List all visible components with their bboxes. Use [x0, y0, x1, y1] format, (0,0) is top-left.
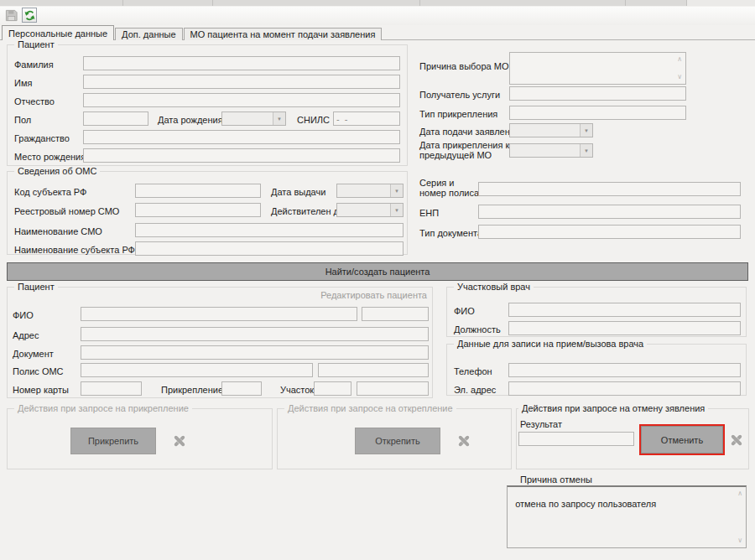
group-attach-actions: Действия при запросе на прикрепление При…: [7, 408, 273, 469]
save-icon[interactable]: [5, 9, 18, 22]
gender-label: Пол: [14, 115, 31, 125]
last-name-input[interactable]: [83, 56, 400, 70]
delete-x-icon[interactable]: [457, 434, 471, 448]
window-tab-segment[interactable]: [0, 0, 123, 6]
smo-reg-number-input[interactable]: [135, 203, 261, 217]
region-code-label: Код субъекта РФ: [14, 187, 86, 197]
enp-input[interactable]: [478, 205, 741, 219]
group-title: Участковый врач: [454, 282, 534, 292]
scroll-up-icon[interactable]: ∧: [677, 56, 682, 63]
first-name-label: Имя: [14, 78, 32, 88]
recipient-input[interactable]: [509, 86, 686, 101]
smo-name-label: Наименование СМО: [14, 226, 102, 236]
mo-reason-textarea[interactable]: ∧ ∨: [509, 52, 686, 85]
apply-date-picker[interactable]: ▼: [509, 123, 593, 137]
window-tab-strip[interactable]: [0, 0, 755, 6]
doctor-position-input[interactable]: [508, 321, 741, 335]
attachment-input[interactable]: [221, 381, 262, 396]
chevron-down-icon[interactable]: ▼: [580, 124, 592, 137]
tab-personal-data[interactable]: Персональные данные: [2, 25, 114, 40]
citizenship-input[interactable]: [83, 130, 400, 144]
policy-oms-input[interactable]: [81, 363, 313, 377]
chevron-down-icon[interactable]: ▼: [390, 204, 403, 216]
prev-mo-date-label: Дата прикрепления к предыдущей МО: [419, 140, 513, 160]
apply-date-label: Дата подачи заявления: [419, 127, 520, 137]
window-tab-segment[interactable]: [687, 0, 755, 6]
chevron-down-icon[interactable]: ▼: [273, 112, 285, 125]
policy-oms-extra-input[interactable]: [318, 363, 429, 377]
group-title: Действия при запросе на прикрепление: [14, 403, 192, 413]
chevron-down-icon[interactable]: ▼: [580, 144, 592, 157]
chevron-down-icon[interactable]: ▼: [390, 184, 403, 197]
scroll-down-icon[interactable]: ∨: [737, 537, 742, 544]
area-input[interactable]: [314, 381, 351, 396]
group-patient-result: Пациент Редактировать пациента ФИО Адрес…: [7, 287, 433, 398]
fio-label: ФИО: [13, 310, 34, 320]
tab-additional-data[interactable]: Доп. данные: [115, 28, 182, 40]
prev-mo-date-picker[interactable]: ▼: [509, 143, 593, 158]
cancel-reason-textarea[interactable]: отмена по запросу пользователя ∧ ∨: [507, 485, 747, 548]
fio-input[interactable]: [81, 307, 357, 321]
smo-name-input[interactable]: [135, 223, 404, 237]
cancel-reason-label: Причина отмены: [520, 474, 592, 485]
group-appointment-data: Данные для записи на прием/вызова врача …: [446, 344, 747, 396]
issue-date-picker[interactable]: ▼: [336, 184, 404, 198]
birth-place-input[interactable]: [83, 148, 400, 163]
issue-date-label: Дата выдачи: [271, 187, 325, 197]
valid-until-picker[interactable]: ▼: [336, 203, 404, 217]
first-name-input[interactable]: [83, 75, 400, 89]
delete-x-icon[interactable]: [730, 433, 743, 447]
gender-input[interactable]: [83, 111, 148, 126]
find-create-patient-button[interactable]: Найти/создать пациента: [7, 262, 748, 281]
scroll-up-icon[interactable]: ∧: [737, 490, 742, 497]
region-code-input[interactable]: [135, 184, 261, 198]
phone-label: Телефон: [454, 366, 492, 376]
click-target-highlight: Отменить: [639, 424, 725, 455]
area-extra-input[interactable]: [357, 381, 429, 396]
snils-input[interactable]: [333, 111, 400, 126]
result-input[interactable]: [518, 432, 634, 446]
doctor-fio-input[interactable]: [508, 303, 741, 317]
phone-input[interactable]: [508, 363, 741, 377]
card-number-input[interactable]: [81, 381, 142, 396]
policy-series-label: Серия и номер полиса: [419, 178, 480, 198]
window-tab-segment[interactable]: [420, 0, 626, 6]
tab-mo-at-application[interactable]: МО пациента на момент подачи заявления: [184, 28, 383, 40]
group-title: Действия при запросе на открепление: [284, 403, 456, 413]
doctor-fio-label: ФИО: [454, 306, 475, 316]
last-name-label: Фамилия: [14, 60, 54, 70]
delete-x-icon[interactable]: [173, 434, 186, 448]
group-title: Пациент: [14, 282, 58, 292]
attachment-label: Прикрепление: [161, 385, 223, 395]
birth-date-picker[interactable]: ▼: [221, 111, 286, 126]
window-tab-segment[interactable]: [626, 0, 687, 6]
fio-extra-input[interactable]: [362, 307, 429, 321]
scroll-down-icon[interactable]: ∨: [677, 74, 682, 80]
address-input[interactable]: [81, 327, 429, 341]
valid-until-label: Действителен до: [271, 206, 344, 216]
middle-name-label: Отчество: [14, 96, 55, 106]
edit-patient-link[interactable]: Редактировать пациента: [320, 290, 427, 300]
attach-type-label: Тип прикрепления: [419, 109, 497, 119]
doc-type-input[interactable]: [478, 225, 741, 239]
card-number-label: Номер карты: [13, 385, 69, 395]
group-title: Данные для записи на прием/вызова врача: [454, 339, 647, 349]
detach-button[interactable]: Открепить: [355, 428, 440, 454]
middle-name-input[interactable]: [83, 93, 400, 107]
window-tab-segment[interactable]: [213, 0, 420, 6]
email-input[interactable]: [508, 381, 741, 396]
cancel-button[interactable]: Отменить: [641, 426, 723, 454]
doc-type-label: Тип документа: [419, 228, 482, 238]
attach-type-input[interactable]: [509, 106, 686, 120]
mo-reason-label: Причина выбора МО: [419, 61, 508, 71]
area-label: Участок: [280, 385, 314, 395]
policy-series-input[interactable]: [478, 182, 741, 196]
attach-button[interactable]: Прикрепить: [70, 428, 156, 454]
refresh-button[interactable]: [22, 8, 37, 23]
group-oms-info: Сведения об ОМС Код субъекта РФ Дата выд…: [7, 171, 408, 255]
window-tab-segment[interactable]: [123, 0, 213, 6]
rf-subject-input[interactable]: [135, 241, 404, 256]
document-input[interactable]: [81, 345, 429, 360]
email-label: Эл. адрес: [454, 385, 496, 395]
group-district-doctor: Участковый врач ФИО Должность: [446, 287, 747, 337]
